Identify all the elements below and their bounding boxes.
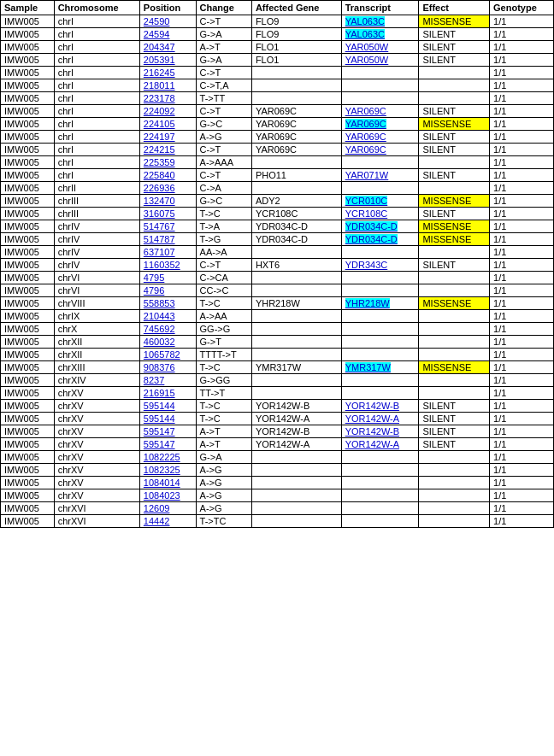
- position-link[interactable]: 460032: [144, 337, 175, 347]
- position-link[interactable]: 226936: [144, 183, 175, 193]
- cell-transcript[interactable]: YMR317W: [341, 361, 419, 374]
- cell-transcript[interactable]: YAR069C: [341, 131, 419, 144]
- cell-position[interactable]: 216245: [139, 67, 196, 79]
- cell-position[interactable]: 4796: [139, 284, 196, 297]
- position-link[interactable]: 558853: [144, 298, 175, 308]
- transcript-link[interactable]: YDR343C: [345, 260, 388, 270]
- cell-position[interactable]: 210443: [139, 310, 196, 323]
- cell-position[interactable]: 595147: [139, 425, 196, 438]
- cell-position[interactable]: 224215: [139, 144, 196, 156]
- position-link[interactable]: 225359: [144, 157, 175, 167]
- transcript-link[interactable]: YOR142W-A: [345, 439, 399, 449]
- cell-position[interactable]: 745692: [139, 323, 196, 336]
- cell-transcript[interactable]: YOR142W-A: [341, 438, 419, 451]
- cell-transcript[interactable]: YAL063C: [341, 15, 419, 28]
- cell-transcript[interactable]: YOR142W-B: [341, 400, 419, 413]
- cell-transcript[interactable]: YOR142W-A: [341, 413, 419, 425]
- cell-transcript[interactable]: YAR050W: [341, 41, 419, 54]
- cell-position[interactable]: 514787: [139, 233, 196, 246]
- position-link[interactable]: 4796: [144, 285, 164, 296]
- position-link[interactable]: 24594: [144, 29, 170, 39]
- position-link[interactable]: 595147: [144, 439, 175, 449]
- position-link[interactable]: 216245: [144, 67, 175, 78]
- cell-position[interactable]: 1160352: [139, 259, 196, 272]
- transcript-link[interactable]: YOR142W-B: [345, 426, 399, 437]
- position-link[interactable]: 1082225: [144, 452, 180, 462]
- cell-position[interactable]: 205391: [139, 54, 196, 67]
- cell-position[interactable]: 558853: [139, 297, 196, 310]
- position-link[interactable]: 595144: [144, 413, 175, 424]
- cell-position[interactable]: 595144: [139, 400, 196, 413]
- cell-position[interactable]: 225359: [139, 156, 196, 169]
- position-link[interactable]: 4795: [144, 273, 164, 283]
- cell-position[interactable]: 1082325: [139, 464, 196, 477]
- cell-position[interactable]: 460032: [139, 336, 196, 349]
- position-link[interactable]: 224215: [144, 144, 175, 155]
- transcript-link[interactable]: YOR142W-B: [345, 401, 399, 411]
- transcript-link[interactable]: YCR108C: [345, 208, 388, 219]
- position-link[interactable]: 514787: [144, 234, 175, 244]
- transcript-link[interactable]: YAR069C: [345, 132, 386, 142]
- cell-transcript[interactable]: YAR069C: [341, 144, 419, 156]
- cell-position[interactable]: 514767: [139, 220, 196, 233]
- transcript-link[interactable]: YHR218W: [345, 298, 390, 308]
- position-link[interactable]: 205391: [144, 55, 175, 65]
- cell-position[interactable]: 216915: [139, 387, 196, 400]
- cell-transcript[interactable]: YAR071W: [341, 169, 419, 182]
- transcript-link[interactable]: YOR142W-A: [345, 413, 399, 424]
- cell-transcript[interactable]: YAR050W: [341, 54, 419, 67]
- position-link[interactable]: 1084014: [144, 478, 180, 488]
- cell-position[interactable]: 24590: [139, 15, 196, 28]
- cell-position[interactable]: 24594: [139, 28, 196, 41]
- position-link[interactable]: 595144: [144, 401, 175, 411]
- position-link[interactable]: 210443: [144, 311, 175, 321]
- transcript-link[interactable]: YAR050W: [345, 42, 389, 52]
- cell-position[interactable]: 226936: [139, 182, 196, 195]
- transcript-link[interactable]: YDR034C-D: [345, 221, 398, 231]
- transcript-link[interactable]: YMR317W: [345, 362, 391, 372]
- cell-position[interactable]: 204347: [139, 41, 196, 54]
- transcript-link[interactable]: YAL063C: [345, 29, 385, 39]
- position-link[interactable]: 1160352: [144, 260, 180, 270]
- cell-position[interactable]: 218011: [139, 79, 196, 92]
- position-link[interactable]: 745692: [144, 324, 175, 334]
- cell-position[interactable]: 14442: [139, 515, 196, 528]
- transcript-link[interactable]: YDR034C-D: [345, 234, 398, 244]
- position-link[interactable]: 14442: [144, 516, 170, 526]
- cell-position[interactable]: 224197: [139, 131, 196, 144]
- cell-transcript[interactable]: YAR069C: [341, 105, 419, 118]
- position-link[interactable]: 637107: [144, 247, 175, 257]
- position-link[interactable]: 908376: [144, 362, 175, 372]
- position-link[interactable]: 132470: [144, 196, 175, 206]
- cell-position[interactable]: 595147: [139, 438, 196, 451]
- position-link[interactable]: 12609: [144, 503, 170, 513]
- cell-transcript[interactable]: YCR108C: [341, 208, 419, 220]
- position-link[interactable]: 218011: [144, 80, 175, 91]
- cell-position[interactable]: 225840: [139, 169, 196, 182]
- position-link[interactable]: 514767: [144, 221, 175, 231]
- transcript-link[interactable]: YAR069C: [345, 144, 386, 155]
- cell-position[interactable]: 12609: [139, 502, 196, 515]
- cell-position[interactable]: 223178: [139, 92, 196, 105]
- cell-transcript[interactable]: YDR034C-D: [341, 220, 419, 233]
- cell-transcript[interactable]: YOR142W-B: [341, 425, 419, 438]
- position-link[interactable]: 1084023: [144, 490, 180, 501]
- transcript-link[interactable]: YAR069C: [345, 106, 386, 116]
- position-link[interactable]: 316075: [144, 208, 175, 219]
- cell-position[interactable]: 224105: [139, 118, 196, 131]
- cell-position[interactable]: 1082225: [139, 451, 196, 464]
- cell-position[interactable]: 908376: [139, 361, 196, 374]
- cell-transcript[interactable]: YDR034C-D: [341, 233, 419, 246]
- position-link[interactable]: 223178: [144, 93, 175, 103]
- cell-position[interactable]: 1084014: [139, 477, 196, 489]
- position-link[interactable]: 1082325: [144, 465, 180, 475]
- cell-position[interactable]: 316075: [139, 208, 196, 220]
- transcript-link[interactable]: YCR010C: [345, 196, 388, 206]
- transcript-link[interactable]: YAR071W: [345, 170, 389, 180]
- cell-transcript[interactable]: YDR343C: [341, 259, 419, 272]
- cell-transcript[interactable]: YAL063C: [341, 28, 419, 41]
- position-link[interactable]: 8237: [144, 375, 164, 385]
- position-link[interactable]: 1065782: [144, 349, 180, 360]
- cell-position[interactable]: 132470: [139, 195, 196, 208]
- cell-transcript[interactable]: YAR069C: [341, 118, 419, 131]
